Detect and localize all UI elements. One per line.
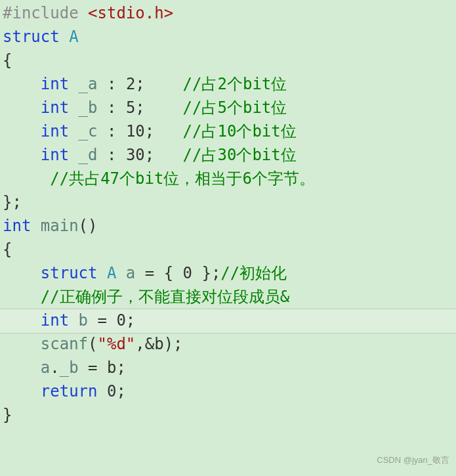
scanf-args: ,&b); xyxy=(135,335,182,353)
var-a: a xyxy=(126,264,135,282)
keyword-int: int xyxy=(41,75,69,93)
comment-note: //正确例子，不能直接对位段成员& xyxy=(41,288,289,306)
keyword-int: int xyxy=(3,217,31,235)
init-a: = { 0 }; xyxy=(135,264,220,282)
comment-d: //占30个bit位 xyxy=(183,146,297,164)
keyword-return: return xyxy=(41,382,98,400)
comment-b: //占5个bit位 xyxy=(183,98,287,117)
brace-open: { xyxy=(3,51,12,70)
scanf-format: "%d" xyxy=(98,335,136,353)
comment-init: //初始化 xyxy=(220,264,287,282)
preprocessor-include: #include xyxy=(3,4,88,22)
bits-d: 30 xyxy=(126,146,145,164)
brace-close: } xyxy=(3,406,12,424)
call-scanf: scanf xyxy=(41,335,88,353)
keyword-int: int xyxy=(41,122,69,141)
include-file: <stdio.h> xyxy=(88,4,173,22)
return-val: 0; xyxy=(98,382,126,400)
keyword-int: int xyxy=(41,311,69,330)
bits-a: 2 xyxy=(126,75,135,93)
comment-a: //占2个bit位 xyxy=(183,75,287,93)
assign-obj: a xyxy=(41,358,50,377)
init-b: = 0; xyxy=(88,311,135,330)
bits-b: 5 xyxy=(126,98,135,117)
comment-c: //占10个bit位 xyxy=(183,122,297,141)
var-b: b xyxy=(79,311,88,330)
member-a: _a xyxy=(79,75,98,93)
keyword-int: int xyxy=(41,98,69,117)
assign-rest: = b; xyxy=(79,358,126,377)
code-block: #include <stdio.h> struct A { int _a : 2… xyxy=(0,0,456,428)
bits-c: 10 xyxy=(126,122,145,141)
keyword-int: int xyxy=(41,146,69,164)
type-a: A xyxy=(107,264,116,282)
brace-close-semi: }; xyxy=(3,193,22,211)
comment-sum: //共占47个bit位，相当于6个字节。 xyxy=(50,169,315,188)
brace-open: { xyxy=(3,240,12,259)
member-d: _d xyxy=(79,146,98,164)
keyword-struct: struct xyxy=(41,264,98,282)
watermark: CSDN @jyan_敬言 xyxy=(377,448,449,472)
struct-name: A xyxy=(69,28,78,46)
assign-member: _b xyxy=(60,358,79,377)
keyword-struct: struct xyxy=(3,28,60,46)
member-b: _b xyxy=(79,98,98,117)
member-c: _c xyxy=(79,122,98,141)
func-main: main xyxy=(41,217,79,235)
